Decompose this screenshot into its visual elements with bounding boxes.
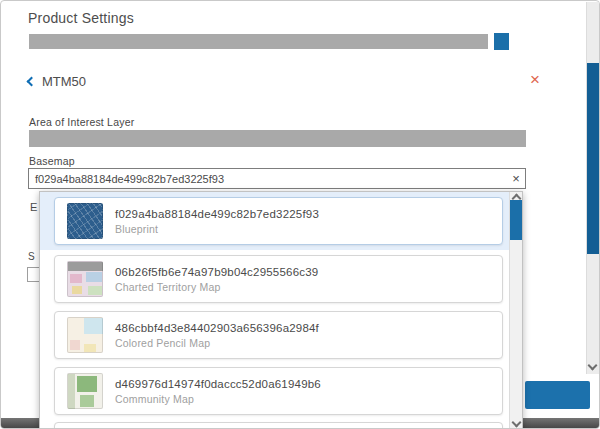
basemap-option-id: f029a4ba88184de499c82b7ed3225f93 (115, 208, 319, 220)
basemap-option-blueprint[interactable]: f029a4ba88184de499c82b7ed3225f93 Bluepri… (54, 197, 503, 245)
aoi-field-label: Area of Interest Layer (29, 116, 134, 128)
chevron-left-icon (27, 77, 37, 87)
basemap-option-community[interactable]: d469976d14974f0daccc52d0a61949b6 Communi… (54, 367, 503, 415)
basemap-dropdown: f029a4ba88184de499c82b7ed3225f93 Bluepri… (39, 191, 523, 429)
aoi-input[interactable] (29, 130, 526, 147)
basemap-option-name: Community Map (115, 393, 321, 405)
basemap-option-id: 06b26f5fb6e74a97b9b04c2955566c39 (115, 266, 318, 278)
basemap-input[interactable]: f029a4ba88184de499c82b7ed3225f93 × (28, 168, 526, 189)
basemap-option-id: 486cbbf4d3e84402903a656396a2984f (115, 322, 319, 334)
basemap-option-charted-territory[interactable]: 06b26f5fb6e74a97b9b04c2955566c39 Charted… (54, 255, 503, 303)
basemap-input-value: f029a4ba88184de499c82b7ed3225f93 (29, 173, 507, 185)
basemap-field-label: Basemap (29, 155, 75, 167)
basemap-option-name: Charted Territory Map (115, 281, 318, 293)
primary-action-button[interactable] (525, 381, 590, 409)
page-title: Product Settings (28, 10, 134, 26)
clear-input-icon[interactable]: × (507, 169, 525, 188)
basemap-option-partial[interactable] (54, 422, 503, 429)
basemap-option-id: d469976d14974f0daccc52d0a61949b6 (115, 378, 321, 390)
blueprint-thumbnail-icon (67, 203, 103, 239)
basemap-option-name: Colored Pencil Map (115, 337, 319, 349)
dialog-scrollbar-thumb[interactable] (587, 63, 599, 254)
obscured-label-fragment: S (28, 251, 35, 262)
basemap-option-name: Blueprint (115, 223, 319, 235)
obscured-label-fragment: E (30, 201, 37, 213)
colored-pencil-thumbnail-icon (67, 317, 103, 353)
charted-territory-thumbnail-icon (67, 261, 103, 297)
close-icon[interactable]: × (530, 71, 540, 88)
dropdown-scrollbar-thumb[interactable] (510, 200, 523, 240)
community-thumbnail-icon (67, 373, 103, 409)
basemap-option-colored-pencil[interactable]: 486cbbf4d3e84402903a656396a2984f Colored… (54, 311, 503, 359)
header-redacted-bar (29, 34, 488, 49)
back-nav[interactable]: MTM50 (28, 74, 86, 89)
back-nav-label: MTM50 (42, 74, 86, 89)
header-bar-handle[interactable] (494, 33, 509, 50)
product-settings-dialog: Product Settings MTM50 × Area of Interes… (0, 0, 600, 429)
